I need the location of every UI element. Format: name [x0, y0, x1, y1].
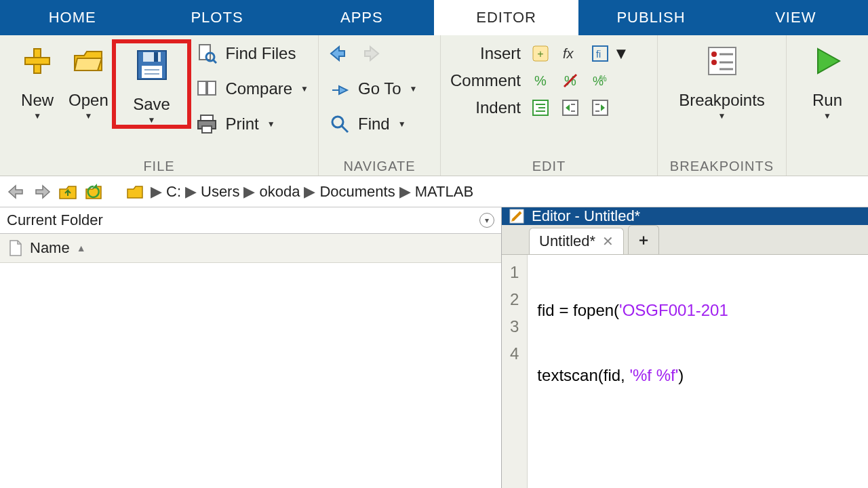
- crumb-matlab[interactable]: MATLAB: [415, 183, 473, 201]
- insert-section-icon[interactable]: +: [530, 43, 551, 64]
- breadcrumb[interactable]: ▶ C: ▶ Users ▶ okoda ▶ Documents ▶ MATLA…: [151, 183, 473, 201]
- svg-rect-11: [198, 81, 206, 95]
- crumb-users[interactable]: Users: [201, 183, 239, 201]
- indent-decrease-icon[interactable]: [590, 98, 610, 118]
- nav-forward-icon[interactable]: [33, 182, 52, 201]
- magnifier-icon: [328, 113, 351, 136]
- chevron-right-icon: ▶: [304, 183, 315, 201]
- find-files-label: Find Files: [225, 44, 296, 63]
- refresh-icon[interactable]: [84, 182, 103, 201]
- add-document-tab[interactable]: ＋: [628, 225, 659, 254]
- insert-fx-icon[interactable]: fx: [560, 43, 580, 64]
- toolstrip-tabs: HOME PLOTS APPS EDITOR PUBLISH VIEW: [0, 0, 868, 35]
- crumb-c[interactable]: C:: [166, 183, 181, 201]
- print-label: Print: [225, 115, 258, 134]
- indent-auto-icon[interactable]: [530, 98, 551, 118]
- chevron-down-icon: ▼: [398, 119, 406, 129]
- group-caption-run: [796, 171, 859, 174]
- find-button[interactable]: Find ▼: [328, 113, 418, 136]
- svg-rect-3: [143, 52, 161, 62]
- chevron-down-icon: ▼: [148, 115, 156, 125]
- editor-panel: Editor - Untitled* Untitled* ✕ ＋ 1 2 3 4…: [502, 207, 868, 488]
- svg-text:fx: fx: [563, 46, 574, 61]
- find-files-icon: [195, 42, 218, 65]
- new-label: New: [21, 91, 54, 110]
- address-bar: ▶ C: ▶ Users ▶ okoda ▶ Documents ▶ MATLA…: [0, 176, 868, 207]
- comment-add-icon[interactable]: %: [530, 70, 551, 91]
- svg-line-10: [213, 60, 216, 63]
- save-button[interactable]: Save ▼: [112, 39, 192, 129]
- svg-rect-13: [201, 115, 213, 121]
- tab-editor[interactable]: EDITOR: [434, 0, 578, 35]
- tab-view[interactable]: VIEW: [724, 0, 868, 35]
- svg-text:+: +: [537, 48, 543, 60]
- panel-menu-icon[interactable]: ▾: [479, 213, 494, 228]
- new-button[interactable]: New ▼: [9, 39, 65, 121]
- comment-wrap-icon[interactable]: %%: [590, 70, 610, 91]
- goto-icon: [328, 77, 351, 100]
- floppy-disk-icon: [133, 46, 171, 84]
- svg-text:%: %: [534, 73, 547, 88]
- nav-back-icon[interactable]: [7, 182, 26, 201]
- document-tab-label: Untitled*: [539, 232, 595, 250]
- up-folder-icon[interactable]: [58, 182, 77, 201]
- plus-icon: [18, 42, 56, 80]
- chevron-down-icon: ▼: [718, 111, 726, 121]
- svg-rect-5: [142, 66, 162, 78]
- open-button[interactable]: Open ▼: [65, 39, 112, 121]
- svg-point-39: [711, 52, 717, 57]
- open-label: Open: [68, 91, 108, 110]
- chevron-down-icon: ▼: [823, 111, 831, 121]
- group-caption-edit: EDIT: [450, 156, 648, 174]
- code-text[interactable]: fid = fopen('OSGF001-201 textscan(fid, '…: [528, 255, 737, 488]
- play-icon: [808, 42, 846, 80]
- file-list-empty: [0, 263, 501, 488]
- compare-label: Compare: [225, 79, 292, 98]
- column-header-name[interactable]: Name ▲: [0, 234, 501, 263]
- run-button[interactable]: Run ▼: [799, 39, 856, 121]
- svg-rect-35: [593, 100, 608, 115]
- current-folder-panel: Current Folder ▾ Name ▲: [0, 207, 502, 488]
- chevron-right-icon: ▶: [185, 183, 197, 201]
- compare-button[interactable]: Compare ▼: [195, 77, 309, 100]
- tab-apps[interactable]: APPS: [290, 0, 434, 35]
- tab-home[interactable]: HOME: [0, 0, 144, 35]
- chevron-down-icon: ▼: [410, 84, 418, 94]
- goto-label: Go To: [358, 79, 401, 98]
- svg-text:%: %: [599, 74, 607, 83]
- chevron-right-icon: ▶: [399, 183, 411, 201]
- group-caption-file: FILE: [9, 156, 309, 174]
- goto-button[interactable]: Go To ▼: [328, 77, 418, 100]
- sort-asc-icon: ▲: [77, 243, 86, 253]
- indent-label: Indent: [450, 98, 521, 117]
- svg-rect-12: [208, 81, 216, 95]
- group-caption-breakpoints: BREAKPOINTS: [667, 156, 776, 174]
- svg-rect-32: [563, 100, 578, 115]
- chevron-down-icon: ▼: [85, 111, 93, 121]
- column-name-label: Name: [30, 239, 70, 257]
- print-button[interactable]: Print ▼: [195, 113, 309, 136]
- insert-variable-icon[interactable]: fi: [590, 43, 610, 64]
- arrow-right-icon: [358, 42, 381, 65]
- ribbon: New ▼ Open ▼ Save ▼: [0, 35, 868, 176]
- breakpoints-label: Breakpoints: [679, 91, 765, 110]
- tab-publish[interactable]: PUBLISH: [578, 0, 723, 35]
- find-files-button[interactable]: Find Files: [195, 42, 309, 65]
- chevron-down-icon: ▼: [613, 44, 629, 63]
- breakpoints-button[interactable]: Breakpoints ▼: [671, 39, 773, 121]
- printer-icon: [195, 113, 218, 136]
- comment-remove-icon[interactable]: %: [560, 70, 580, 91]
- svg-line-17: [342, 126, 348, 132]
- nav-back-forward[interactable]: [328, 42, 418, 65]
- svg-point-16: [332, 117, 343, 127]
- crumb-user[interactable]: okoda: [259, 183, 300, 201]
- chevron-right-icon: ▶: [151, 183, 162, 201]
- document-tab-untitled[interactable]: Untitled* ✕: [529, 228, 624, 254]
- close-tab-icon[interactable]: ✕: [602, 233, 614, 249]
- indent-increase-icon[interactable]: [560, 98, 580, 118]
- tab-plots[interactable]: PLOTS: [144, 0, 289, 35]
- crumb-documents[interactable]: Documents: [319, 183, 395, 201]
- svg-rect-1: [25, 58, 50, 64]
- code-editor[interactable]: 1 2 3 4 fid = fopen('OSGF001-201 textsca…: [502, 255, 868, 488]
- arrow-left-icon: [328, 42, 351, 65]
